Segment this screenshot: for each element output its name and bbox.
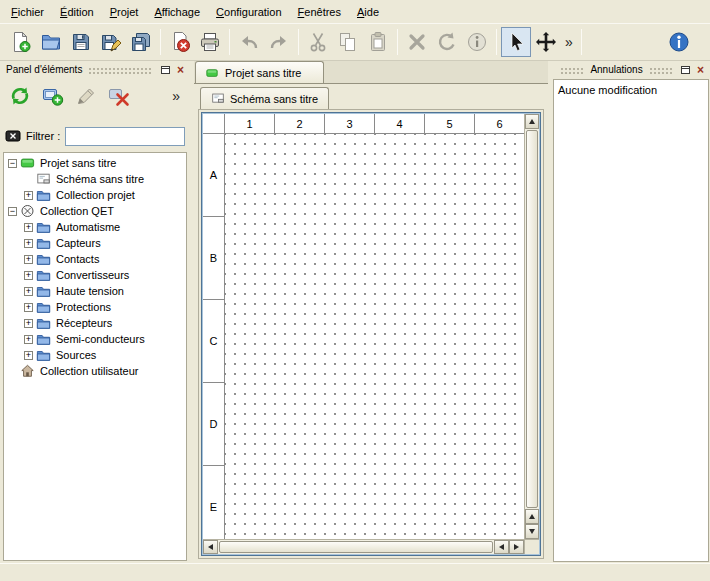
delete-button[interactable] — [402, 27, 432, 57]
menu-fichier[interactable]: Fichier — [3, 0, 52, 23]
open-project-button[interactable] — [36, 27, 66, 57]
collapse-expander-icon[interactable]: − — [8, 159, 17, 168]
tree-item-haute-tension[interactable]: +Haute tension — [4, 283, 186, 299]
delete-element-button[interactable] — [105, 82, 133, 110]
tree-item-label: Automatisme — [54, 221, 122, 233]
reload-collections-button[interactable] — [6, 82, 34, 110]
tree-item-schema-sans-titre[interactable]: Schéma sans titre — [4, 171, 186, 187]
tree-item-automatisme[interactable]: +Automatisme — [4, 219, 186, 235]
tree-item-capteurs[interactable]: +Capteurs — [4, 235, 186, 251]
menu-label: Configuration — [216, 6, 281, 18]
scroll-left-button-2[interactable] — [494, 540, 509, 554]
menu-fenetres[interactable]: Fenêtres — [290, 0, 349, 23]
expand-expander-icon[interactable]: + — [24, 239, 33, 248]
tree-item-sources[interactable]: +Sources — [4, 347, 186, 363]
undo-list-item[interactable]: Aucune modification — [554, 82, 708, 98]
save-button[interactable] — [66, 27, 96, 57]
new-project-button[interactable] — [6, 27, 36, 57]
qet-icon — [20, 204, 35, 218]
save-as-button[interactable] — [96, 27, 126, 57]
collapse-expander-icon[interactable]: − — [8, 207, 17, 216]
diagram-grid-view: 123456 ABCDE — [203, 114, 539, 554]
toolbar-group — [303, 27, 393, 57]
elements-panel-titlebar[interactable]: Panel d'éléments × — [0, 61, 190, 77]
expand-expander-icon[interactable]: + — [24, 223, 33, 232]
save-all-icon — [130, 31, 152, 53]
undo-dock-title: Annulations — [588, 64, 644, 75]
menu-configuration[interactable]: Configuration — [208, 0, 289, 23]
close-project-button[interactable] — [165, 27, 195, 57]
tree-item-label: Sources — [54, 349, 98, 361]
undo-button[interactable] — [234, 27, 264, 57]
tree-item-label: Semi-conducteurs — [54, 333, 147, 345]
toolbar-overflow-chevron[interactable]: » — [561, 34, 577, 50]
horizontal-scrollbar[interactable] — [203, 539, 524, 554]
horizontal-scrollbar-thumb[interactable] — [219, 541, 493, 553]
filter-label: Filtrer : — [26, 130, 60, 142]
menu-affichage[interactable]: Affichage — [146, 0, 208, 23]
panel-overflow-chevron[interactable]: » — [168, 88, 184, 104]
save-all-button[interactable] — [126, 27, 156, 57]
selection-mode-button[interactable] — [501, 27, 531, 57]
expand-expander-icon[interactable]: + — [24, 191, 33, 200]
scroll-up-button[interactable] — [525, 114, 539, 129]
diagram-icon — [36, 172, 51, 186]
scroll-left-button[interactable] — [203, 540, 218, 554]
tree-item-collection-projet[interactable]: +Collection projet — [4, 187, 186, 203]
up-arrow-icon — [529, 514, 535, 519]
column-ruler-cell: 3 — [325, 114, 375, 133]
edit-element-button[interactable] — [72, 82, 100, 110]
project-tabbar: Projet sans titre — [194, 61, 548, 84]
redo-button[interactable] — [264, 27, 294, 57]
scroll-right-button[interactable] — [509, 540, 524, 554]
dock-handle-texture — [649, 67, 673, 75]
expand-expander-icon[interactable]: + — [24, 319, 33, 328]
tree-item-protections[interactable]: +Protections — [4, 299, 186, 315]
tree-item-semi-conducteurs[interactable]: +Semi-conducteurs — [4, 331, 186, 347]
tree-item-convertisseurs[interactable]: +Convertisseurs — [4, 267, 186, 283]
filter-input[interactable] — [65, 127, 185, 146]
cut-button[interactable] — [303, 27, 333, 57]
close-icon: × — [177, 64, 184, 76]
close-dock-button[interactable]: × — [694, 63, 707, 76]
menu-projet[interactable]: Projet — [102, 0, 147, 23]
float-dock-button[interactable] — [159, 63, 172, 76]
tree-item-contacts[interactable]: +Contacts — [4, 251, 186, 267]
expand-expander-icon[interactable]: + — [24, 335, 33, 344]
undo-dock-titlebar[interactable]: Annulations × — [552, 61, 710, 77]
paste-button[interactable] — [363, 27, 393, 57]
scroll-up-button-2[interactable] — [525, 509, 539, 524]
tree-item-collection-qet[interactable]: −Collection QET — [4, 203, 186, 219]
print-button[interactable] — [195, 27, 225, 57]
undo-dock: Annulations × Aucune modification — [552, 61, 710, 563]
about-qet-button[interactable] — [664, 27, 694, 57]
expand-expander-icon[interactable]: + — [24, 255, 33, 264]
tree-item-recepteurs[interactable]: +Récepteurs — [4, 315, 186, 331]
float-dock-button[interactable] — [679, 63, 692, 76]
expand-expander-icon[interactable]: + — [24, 351, 33, 360]
tree-item-projet-sans-titre[interactable]: −Projet sans titre — [4, 155, 186, 171]
vertical-scrollbar-thumb[interactable] — [526, 130, 538, 508]
project-tab[interactable]: Projet sans titre — [195, 61, 324, 83]
pan-mode-button[interactable] — [531, 27, 561, 57]
expand-expander-icon[interactable]: + — [24, 287, 33, 296]
vertical-scrollbar[interactable] — [524, 114, 539, 539]
diagram-canvas[interactable] — [225, 134, 524, 539]
close-dock-button[interactable]: × — [174, 63, 187, 76]
tree-item-label: Collection utilisateur — [38, 365, 140, 377]
copy-button[interactable] — [333, 27, 363, 57]
tree-item-collection-utilisateur[interactable]: Collection utilisateur — [4, 363, 186, 379]
element-info-button[interactable] — [462, 27, 492, 57]
project-view: Schéma sans titre 123456 — [194, 84, 548, 563]
scroll-down-button[interactable] — [525, 524, 539, 539]
diagram-tab[interactable]: Schéma sans titre — [200, 87, 329, 109]
undo-icon — [238, 31, 260, 53]
clear-filter-icon[interactable] — [5, 128, 21, 144]
new-element-button[interactable] — [39, 82, 67, 110]
menu-edition[interactable]: Édition — [52, 0, 102, 23]
rotate-button[interactable] — [432, 27, 462, 57]
expand-expander-icon[interactable]: + — [24, 271, 33, 280]
expand-expander-icon[interactable]: + — [24, 303, 33, 312]
toolbar-group — [165, 27, 225, 57]
menu-aide[interactable]: Aide — [349, 0, 387, 23]
